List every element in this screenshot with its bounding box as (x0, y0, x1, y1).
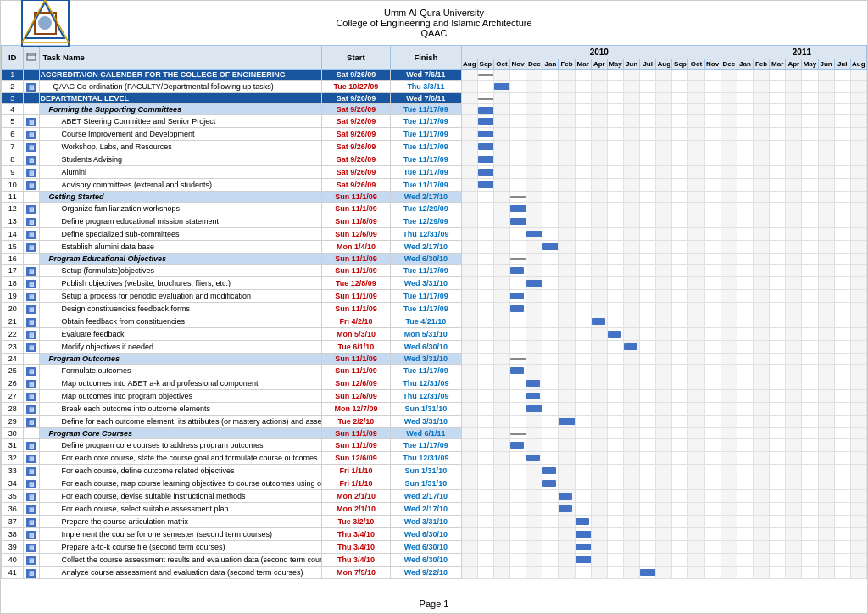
row-finish: Tue 11/17/09 (391, 179, 462, 192)
table-row: 18 ▩ Publish objectives (website, brochu… (2, 277, 867, 290)
gantt-cell-8-23 (834, 154, 850, 166)
gantt-cell-12-3 (510, 203, 526, 215)
gantt-cell-27-14 (688, 390, 704, 403)
gantt-cell-3-8 (591, 93, 607, 104)
gantt-cell-2-18 (754, 81, 770, 93)
gantt-cell-16-17 (737, 254, 753, 265)
gantt-cell-18-6 (559, 277, 575, 290)
gantt-cell-10-22 (818, 179, 834, 192)
gantt-cell-4-19 (770, 104, 786, 115)
gantt-cell-5-7 (575, 115, 591, 128)
row-finish: Wed 3/31/10 (391, 516, 462, 528)
gantt-cell-26-9 (607, 377, 623, 390)
row-finish: Mon 5/31/10 (391, 328, 462, 341)
gantt-cell-38-17 (737, 528, 753, 541)
gantt-cell-27-8 (591, 390, 607, 403)
table-row: 33 ▩ For each course, define outcome rel… (2, 465, 867, 477)
row-taskname: Define specialized sub-committees (40, 228, 321, 241)
gantt-cell-27-20 (786, 390, 802, 403)
gantt-cell-24-20 (786, 354, 802, 365)
gantt-cell-13-0 (461, 215, 477, 228)
gantt-cell-15-0 (461, 241, 477, 254)
gantt-cell-21-12 (656, 315, 672, 328)
table-row: 21 ▩ Obtain feedback from constituencies… (2, 315, 867, 328)
gantt-cell-10-20 (786, 179, 802, 192)
gantt-cell-17-17 (737, 265, 753, 277)
gantt-cell-2-24 (850, 81, 866, 93)
gantt-cell-25-21 (802, 365, 818, 377)
gantt-cell-35-18 (754, 490, 770, 503)
month-may11: May (802, 59, 818, 70)
gantt-cell-22-6 (559, 328, 575, 341)
gantt-cell-13-23 (834, 215, 850, 228)
gantt-cell-41-4 (526, 567, 542, 579)
gantt-cell-31-21 (802, 439, 818, 452)
table-row: 19 ▩ Setup a process for periodic evalua… (2, 290, 867, 303)
gantt-cell-17-6 (559, 265, 575, 277)
gantt-cell-12-17 (737, 203, 753, 215)
gantt-cell-18-9 (607, 277, 623, 290)
gantt-cell-5-18 (754, 115, 770, 128)
gantt-cell-15-16 (721, 241, 737, 254)
gantt-cell-7-5 (542, 141, 559, 154)
gantt-cell-11-1 (477, 192, 493, 203)
gantt-cell-37-8 (591, 516, 607, 528)
gantt-cell-12-5 (542, 203, 559, 215)
row-finish: Tue 11/17/09 (391, 365, 462, 377)
gantt-cell-18-21 (802, 277, 818, 290)
row-taskname: Getting Started (40, 192, 321, 203)
row-taskname: ABET Steering Committee and Senior Proje… (40, 115, 321, 128)
gantt-cell-2-15 (704, 81, 721, 93)
gantt-cell-25-15 (704, 365, 721, 377)
gantt-cell-20-22 (818, 303, 834, 315)
row-start: Sat 9/26/09 (321, 93, 390, 104)
table-scroll-container[interactable]: ID Task Name Start Finish 2010 2011 Aug (1, 45, 867, 594)
gantt-cell-16-19 (770, 254, 786, 265)
gantt-cell-27-5 (542, 390, 559, 403)
gantt-cell-41-17 (737, 567, 753, 579)
gantt-cell-8-22 (818, 154, 834, 166)
gantt-cell-27-2 (493, 390, 509, 403)
row-taskname: ACCREDITAION CALENDER FOR THE COLLEGE OF… (40, 70, 321, 81)
row-finish: Wed 6/30/10 (391, 541, 462, 554)
gantt-cell-24-23 (834, 354, 850, 365)
gantt-cell-4-2 (493, 104, 509, 115)
month-nov10: Nov (704, 59, 721, 70)
gantt-cell-41-16 (721, 567, 737, 579)
gantt-cell-1-8 (591, 70, 607, 81)
gantt-cell-20-17 (737, 303, 753, 315)
gantt-cell-30-22 (818, 428, 834, 439)
gantt-cell-39-2 (493, 541, 509, 554)
gantt-cell-18-1 (477, 277, 493, 290)
row-taskname: Collect the course assessment results an… (40, 554, 321, 567)
row-id: 35 (2, 490, 24, 503)
gantt-cell-11-4 (526, 192, 542, 203)
gantt-cell-19-18 (754, 290, 770, 303)
gantt-cell-24-6 (559, 354, 575, 365)
gantt-cell-28-2 (493, 403, 509, 416)
gantt-cell-23-8 (591, 341, 607, 354)
gantt-cell-7-18 (754, 141, 770, 154)
gantt-cell-19-2 (493, 290, 509, 303)
row-icon: ▩ (24, 416, 40, 428)
gantt-cell-38-2 (493, 528, 509, 541)
gantt-cell-5-9 (607, 115, 623, 128)
gantt-cell-12-18 (754, 203, 770, 215)
row-start: Mon 1/4/10 (321, 241, 390, 254)
gantt-cell-28-6 (559, 403, 575, 416)
gantt-cell-6-5 (542, 128, 559, 141)
gantt-cell-23-0 (461, 341, 477, 354)
gantt-cell-33-7 (575, 465, 591, 477)
gantt-cell-27-21 (802, 390, 818, 403)
gantt-cell-12-12 (656, 203, 672, 215)
row-icon: ▩ (24, 166, 40, 179)
row-start: Mon 12/7/09 (321, 403, 390, 416)
gantt-cell-24-1 (477, 354, 493, 365)
gantt-cell-22-11 (640, 328, 656, 341)
gantt-cell-13-8 (591, 215, 607, 228)
gantt-cell-3-7 (575, 93, 591, 104)
gantt-cell-6-19 (770, 128, 786, 141)
gantt-cell-31-5 (542, 439, 559, 452)
gantt-cell-20-14 (688, 303, 704, 315)
gantt-cell-38-16 (721, 528, 737, 541)
